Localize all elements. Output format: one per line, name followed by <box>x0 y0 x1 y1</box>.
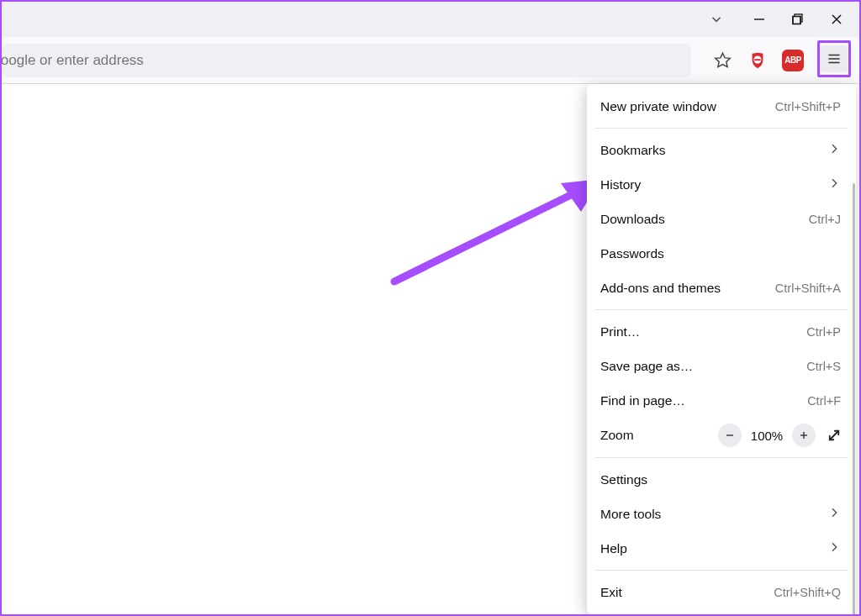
close-button[interactable] <box>817 3 856 35</box>
app-menu: New private window Ctrl+Shift+P Bookmark… <box>587 84 856 614</box>
content-area: New private window Ctrl+Shift+P Bookmark… <box>2 84 859 614</box>
zoom-in-button[interactable] <box>792 424 816 447</box>
chevron-right-icon <box>827 540 841 557</box>
menu-separator <box>595 309 848 310</box>
menu-separator <box>595 457 848 458</box>
menu-label: Settings <box>600 472 647 487</box>
menu-print[interactable]: Print… Ctrl+P <box>587 314 856 349</box>
annotation-arrow <box>384 176 603 286</box>
fullscreen-button[interactable] <box>824 425 844 445</box>
toolbar-actions: ABP <box>708 44 851 77</box>
zoom-out-button[interactable] <box>718 424 742 447</box>
menu-separator <box>595 128 848 129</box>
ublock-icon[interactable] <box>743 46 772 75</box>
menu-label: Save page as… <box>600 359 693 374</box>
svg-line-17 <box>830 431 839 440</box>
abp-icon[interactable]: ABP <box>779 46 807 75</box>
svg-marker-6 <box>715 53 730 66</box>
menu-shortcut: Ctrl+Shift+Q <box>774 586 841 599</box>
minimize-button[interactable] <box>740 3 779 35</box>
menu-zoom: Zoom 100% <box>587 418 856 453</box>
bookmark-star-icon[interactable] <box>708 46 737 75</box>
svg-rect-8 <box>754 59 760 61</box>
menu-more-tools[interactable]: More tools <box>587 497 856 531</box>
menu-history[interactable]: History <box>587 167 856 202</box>
menu-label: Help <box>600 541 627 556</box>
menu-scrollbar[interactable] <box>853 183 855 616</box>
chevron-right-icon <box>827 142 841 159</box>
menu-help[interactable]: Help <box>587 531 856 566</box>
zoom-controls: 100% <box>718 424 844 447</box>
menu-label: Print… <box>600 324 640 340</box>
menu-label: Add-ons and themes <box>600 281 721 296</box>
hamburger-highlight <box>817 40 851 77</box>
menu-shortcut: Ctrl+Shift+P <box>775 100 841 113</box>
menu-label: Find in page… <box>600 393 685 408</box>
menu-label: History <box>600 177 641 192</box>
menu-settings[interactable]: Settings <box>587 462 856 497</box>
menu-find[interactable]: Find in page… Ctrl+F <box>587 383 856 418</box>
menu-bookmarks[interactable]: Bookmarks <box>587 133 856 167</box>
chevron-right-icon <box>827 176 841 193</box>
chevron-right-icon <box>827 506 841 523</box>
menu-addons[interactable]: Add-ons and themes Ctrl+Shift+A <box>587 271 856 305</box>
app-menu-button[interactable] <box>821 45 848 72</box>
menu-label: Exit <box>600 585 622 600</box>
menu-new-private-window[interactable]: New private window Ctrl+Shift+P <box>587 89 856 124</box>
menu-label: Bookmarks <box>600 143 666 158</box>
menu-save-page[interactable]: Save page as… Ctrl+S <box>587 349 856 383</box>
menu-label: Downloads <box>600 212 665 227</box>
menu-label: New private window <box>600 99 716 114</box>
menu-label: Zoom <box>600 428 634 443</box>
toolbar: ABP <box>2 37 859 84</box>
menu-shortcut: Ctrl+Shift+A <box>775 282 841 295</box>
menu-separator <box>595 570 848 571</box>
abp-badge: ABP <box>782 50 804 71</box>
menu-exit[interactable]: Exit Ctrl+Shift+Q <box>587 575 856 609</box>
menu-label: Passwords <box>600 246 664 261</box>
svg-line-12 <box>394 192 578 282</box>
menu-shortcut: Ctrl+P <box>806 325 841 339</box>
menu-passwords[interactable]: Passwords <box>587 236 856 271</box>
menu-shortcut: Ctrl+S <box>806 360 841 373</box>
menu-downloads[interactable]: Downloads Ctrl+J <box>587 202 856 236</box>
tab-list-dropdown[interactable] <box>701 5 732 34</box>
address-input[interactable] <box>2 52 580 69</box>
svg-rect-2 <box>793 17 800 24</box>
maximize-button[interactable] <box>779 3 817 35</box>
menu-shortcut: Ctrl+J <box>809 213 841 226</box>
menu-label: More tools <box>600 507 661 522</box>
menu-shortcut: Ctrl+F <box>807 394 841 408</box>
zoom-value: 100% <box>750 429 784 443</box>
url-bar[interactable] <box>2 44 691 77</box>
titlebar <box>2 2 859 37</box>
